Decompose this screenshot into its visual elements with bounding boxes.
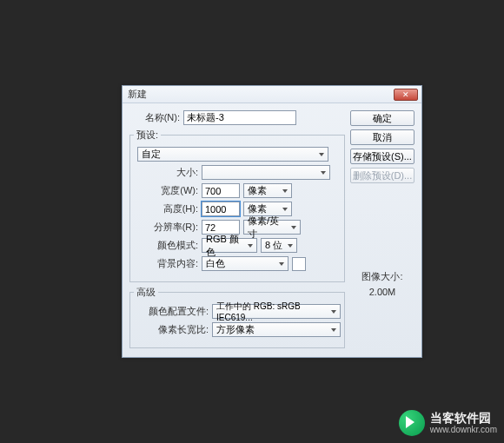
color-mode-select[interactable]: RGB 颜色 [202,238,257,253]
ok-button[interactable]: 确定 [350,110,414,126]
image-size-label: 图像大小: [350,270,414,283]
bg-select[interactable]: 白色 [202,256,288,271]
image-size-value: 2.00M [350,287,414,297]
watermark-url: www.downkr.com [430,425,497,435]
width-unit-value: 像素 [248,184,267,197]
image-size-block: 图像大小: 2.00M [350,270,414,297]
dialog-titlebar[interactable]: 新建 ✕ [123,86,421,103]
preset-group: 预设: 自定 大小: 宽度(W): 像素 [129,129,345,282]
bg-label: 背景内容: [134,257,198,270]
preset-value: 自定 [142,148,161,161]
height-input[interactable] [202,202,240,216]
profile-select[interactable]: 工作中的 RGB: sRGB IEC619... [212,304,341,319]
color-mode-value: RGB 颜色 [206,233,244,259]
watermark-name: 当客软件园 [430,411,497,425]
name-label: 名称(N): [129,111,180,124]
width-unit-select[interactable]: 像素 [243,183,292,198]
aspect-value: 方形像素 [216,323,255,336]
width-input[interactable] [202,183,240,198]
aspect-label: 像素长宽比: [134,323,209,336]
cancel-button[interactable]: 取消 [350,129,414,145]
color-depth-value: 8 位 [265,239,282,252]
close-icon[interactable]: ✕ [394,89,418,101]
profile-label: 颜色配置文件: [134,305,209,318]
new-document-dialog: 新建 ✕ 名称(N): 预设: 自定 大小: [122,85,422,358]
save-preset-button[interactable]: 存储预设(S)... [350,149,414,164]
size-select [202,165,330,180]
color-mode-label: 颜色模式: [134,239,198,252]
resolution-label: 分辨率(R): [134,221,198,234]
watermark: 当客软件园 www.downkr.com [399,410,497,436]
preset-select[interactable]: 自定 [137,147,328,162]
name-input[interactable] [183,110,296,125]
preset-label: 预设: [134,129,161,142]
bg-value: 白色 [206,257,225,270]
aspect-select[interactable]: 方形像素 [212,322,341,337]
resolution-unit-value: 像素/英寸 [248,215,288,241]
watermark-logo-icon [399,410,425,436]
bg-color-swatch[interactable] [292,257,306,271]
width-label: 宽度(W): [134,184,198,197]
advanced-group: 高级 颜色配置文件: 工作中的 RGB: sRGB IEC619... 像素长宽… [129,286,345,348]
advanced-legend: 高级 [134,286,158,299]
size-label: 大小: [134,166,198,179]
profile-value: 工作中的 RGB: sRGB IEC619... [216,301,328,322]
height-label: 高度(H): [134,202,198,215]
delete-preset-button: 删除预设(D)... [350,168,414,183]
dialog-title: 新建 [126,88,394,101]
color-depth-select[interactable]: 8 位 [261,238,297,253]
resolution-unit-select[interactable]: 像素/英寸 [243,220,301,235]
